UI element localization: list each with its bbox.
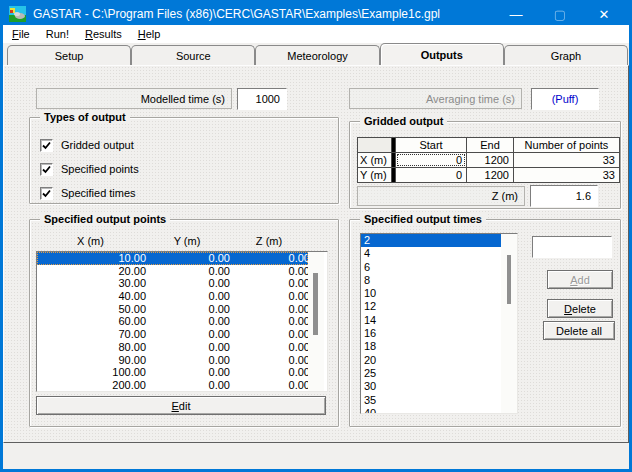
tab-setup[interactable]: Setup xyxy=(7,45,131,65)
times-item[interactable]: 16 xyxy=(361,327,501,340)
modelled-time-input[interactable]: 1000 xyxy=(237,88,287,110)
gridded-output-checkbox[interactable] xyxy=(40,139,53,152)
times-item[interactable]: 35 xyxy=(361,394,501,407)
row-header-x: X (m) xyxy=(358,153,391,167)
z-label: Z (m) xyxy=(357,186,525,206)
col-header-end: End xyxy=(467,138,513,152)
gridded-output-title: Gridded output xyxy=(360,115,447,128)
y-points-cell[interactable]: 33 xyxy=(514,168,619,182)
times-item[interactable]: 25 xyxy=(361,367,501,380)
checkbox-row-specified-points: Specified points xyxy=(40,162,139,176)
menu-results[interactable]: Results xyxy=(77,26,130,42)
points-rows: 10.000.000.00 20.000.000.00 30.000.000.0… xyxy=(37,252,308,391)
specified-output-points-group: Specified output points X (m) Y (m) Z (m… xyxy=(29,219,339,427)
table-divider xyxy=(392,168,395,182)
check-icon xyxy=(41,188,52,199)
times-scrollbar-thumb[interactable] xyxy=(507,255,511,304)
tab-meteorology[interactable]: Meteorology xyxy=(255,45,379,65)
points-scrollbar[interactable] xyxy=(308,252,324,391)
y-end-cell[interactable]: 1200 xyxy=(467,168,513,182)
points-row[interactable]: 80.000.000.00 xyxy=(37,341,308,354)
averaging-time-label: Averaging time (s) xyxy=(349,88,522,109)
points-row[interactable]: 10.000.000.00 xyxy=(37,252,308,265)
specified-points-checkbox[interactable] xyxy=(40,163,53,176)
points-row[interactable]: 100.000.000.00 xyxy=(37,366,308,379)
points-header-z: Z (m) xyxy=(229,235,309,247)
types-of-output-title: Types of output xyxy=(40,111,130,124)
menu-file[interactable]: File xyxy=(4,26,38,42)
times-item[interactable]: 18 xyxy=(361,340,501,353)
tab-bar: Setup Source Meteorology Outputs Graph xyxy=(7,43,628,65)
points-scrollbar-thumb[interactable] xyxy=(313,273,318,335)
delete-button[interactable]: Delete xyxy=(547,299,613,318)
times-rows: 2 4 6 8 10 12 14 16 18 20 25 30 35 40 xyxy=(361,234,501,413)
times-item[interactable]: 4 xyxy=(361,247,501,260)
menu-help[interactable]: Help xyxy=(130,26,169,42)
tab-outputs[interactable]: Outputs xyxy=(380,43,504,65)
delete-all-button[interactable]: Delete all xyxy=(543,321,615,340)
app-icon xyxy=(9,6,26,22)
col-header-start: Start xyxy=(396,138,466,152)
menu-run[interactable]: Run! xyxy=(38,26,77,42)
points-row[interactable]: 20.000.000.00 xyxy=(37,265,308,278)
times-item[interactable]: 2 xyxy=(361,234,501,247)
points-row[interactable]: 60.000.000.00 xyxy=(37,315,308,328)
titlebar: GASTAR - C:\Program Files (x86)\CERC\GAS… xyxy=(0,0,632,28)
check-icon xyxy=(41,164,52,175)
menu-bar: File Run! Results Help xyxy=(3,25,629,43)
window-controls: — ▢ ✕ xyxy=(494,0,626,28)
close-button[interactable]: ✕ xyxy=(582,0,626,28)
window-title: GASTAR - C:\Program Files (x86)\CERC\GAS… xyxy=(33,7,440,21)
add-button[interactable]: Add xyxy=(547,270,613,289)
times-item[interactable]: 6 xyxy=(361,261,501,274)
specified-output-times-title: Specified output times xyxy=(360,213,486,226)
times-item[interactable]: 14 xyxy=(361,314,501,327)
x-end-cell[interactable]: 1200 xyxy=(467,153,513,167)
times-item[interactable]: 30 xyxy=(361,380,501,393)
times-listbox[interactable]: 2 4 6 8 10 12 14 16 18 20 25 30 35 40 xyxy=(360,233,518,414)
table-divider xyxy=(392,138,395,152)
modelled-time-label: Modelled time (s) xyxy=(36,88,232,109)
z-input[interactable]: 1.6 xyxy=(530,185,598,207)
checkbox-row-specified-times: Specified times xyxy=(40,186,136,200)
y-start-cell[interactable]: 0 xyxy=(396,168,466,182)
points-row[interactable]: 90.000.000.00 xyxy=(37,354,308,367)
types-of-output-group: Types of output Gridded output Specified… xyxy=(29,117,339,204)
points-header-y: Y (m) xyxy=(145,235,229,247)
gridded-output-table: Start End Number of points X (m) 0 1200 … xyxy=(357,137,620,183)
points-row[interactable]: 30.000.000.00 xyxy=(37,277,308,290)
outputs-page: Modelled time (s) 1000 Averaging time (s… xyxy=(3,65,629,443)
times-item[interactable]: 10 xyxy=(361,287,501,300)
tab-source[interactable]: Source xyxy=(131,45,255,65)
times-item[interactable]: 8 xyxy=(361,274,501,287)
averaging-time-value: (Puff) xyxy=(531,88,599,110)
times-item[interactable]: 12 xyxy=(361,300,501,313)
x-start-cell[interactable]: 0 xyxy=(396,153,466,167)
points-row[interactable]: 40.000.000.00 xyxy=(37,290,308,303)
points-header-x: X (m) xyxy=(36,235,145,247)
table-divider xyxy=(392,153,395,167)
minimize-button[interactable]: — xyxy=(494,0,538,28)
points-listbox[interactable]: 10.000.000.00 20.000.000.00 30.000.000.0… xyxy=(36,251,328,392)
times-item[interactable]: 40 xyxy=(361,407,501,413)
times-item[interactable]: 20 xyxy=(361,354,501,367)
table-corner-cell xyxy=(358,138,391,152)
tab-graph[interactable]: Graph xyxy=(504,45,628,65)
points-column-headers: X (m) Y (m) Z (m) xyxy=(36,235,309,247)
checkbox-row-gridded-output: Gridded output xyxy=(40,138,134,152)
gridded-output-checkbox-label: Gridded output xyxy=(61,139,134,151)
gridded-output-group: Gridded output Start End Number of point… xyxy=(349,121,621,209)
app-window: GASTAR - C:\Program Files (x86)\CERC\GAS… xyxy=(0,0,632,472)
specified-times-checkbox-label: Specified times xyxy=(61,187,136,199)
times-input[interactable] xyxy=(532,236,612,258)
points-row[interactable]: 200.000.000.00 xyxy=(37,379,308,391)
check-icon xyxy=(41,140,52,151)
points-row[interactable]: 70.000.000.00 xyxy=(37,328,308,341)
x-points-cell[interactable]: 33 xyxy=(514,153,619,167)
times-scrollbar[interactable] xyxy=(501,234,517,413)
edit-button[interactable]: Edit xyxy=(36,396,326,415)
maximize-button[interactable]: ▢ xyxy=(538,0,582,28)
specified-times-checkbox[interactable] xyxy=(40,187,53,200)
specified-output-points-title: Specified output points xyxy=(40,213,170,226)
points-row[interactable]: 50.000.000.00 xyxy=(37,303,308,316)
